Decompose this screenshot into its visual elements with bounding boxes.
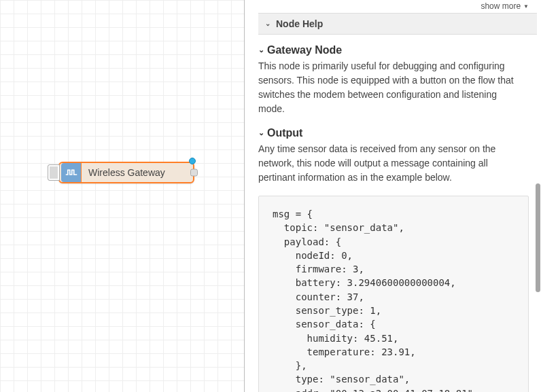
- chevron-down-icon: ⌄: [258, 128, 264, 137]
- node-wireless-gateway[interactable]: Wireless Gateway: [58, 162, 194, 183]
- chevron-down-icon: ⌄: [258, 46, 264, 54]
- subheading-label: Output: [267, 127, 302, 139]
- show-more-label: show more: [481, 1, 521, 11]
- node-label: Wireless Gateway: [82, 167, 165, 178]
- pulse-icon: [61, 163, 82, 182]
- node-mode-button[interactable]: [48, 164, 60, 181]
- subheading-output[interactable]: ⌄ Output: [258, 127, 534, 139]
- output-description: Any time sensor data is received from an…: [258, 142, 534, 185]
- show-more-link[interactable]: show more ▼: [258, 0, 541, 13]
- help-body: ⌄ Gateway Node This node is primarily us…: [258, 35, 541, 392]
- sidebar-scrollbar-thumb[interactable]: [536, 183, 540, 292]
- gateway-node-description: This node is primarily useful for debugg…: [258, 59, 534, 116]
- help-sidebar: show more ▼ ⌄ Node Help ⌄ Gateway Node T…: [245, 0, 541, 392]
- triangle-down-icon: ▼: [523, 3, 529, 10]
- flow-canvas[interactable]: Wireless Gateway: [0, 0, 245, 392]
- help-section-header[interactable]: ⌄ Node Help: [258, 13, 537, 35]
- example-code-block: msg = { topic: "sensor_data", payload: {…: [258, 196, 529, 392]
- node-output-port[interactable]: [190, 169, 198, 177]
- help-section-title: Node Help: [276, 18, 323, 29]
- canvas-grid: [0, 0, 244, 392]
- canvas-scrollbar[interactable]: [239, 0, 243, 392]
- chevron-down-icon: ⌄: [265, 20, 270, 27]
- node-status-dot: [189, 158, 196, 164]
- subheading-gateway-node[interactable]: ⌄ Gateway Node: [258, 44, 534, 56]
- subheading-label: Gateway Node: [267, 44, 342, 56]
